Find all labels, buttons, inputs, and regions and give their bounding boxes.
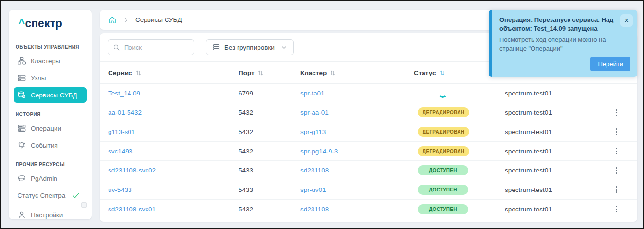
logo-text: спектр bbox=[25, 17, 62, 30]
column-header-label: Кластер bbox=[300, 69, 327, 76]
loading-spinner-icon bbox=[438, 89, 447, 98]
status-badge: ДЕГРАДИРОВАН bbox=[418, 146, 469, 156]
column-header-label: Порт bbox=[239, 69, 255, 76]
sidebar-nav: ОБЪЕКТЫ УПРАВЛЕНИЯКластерыУзлыСервисы СУ… bbox=[9, 37, 92, 205]
database-icon bbox=[18, 91, 26, 99]
site-cell: spectrum-test01 bbox=[505, 206, 610, 213]
chevron-down-icon bbox=[281, 44, 287, 51]
port-cell: 5432 bbox=[239, 128, 300, 135]
port-cell: 5432 bbox=[239, 206, 300, 213]
operations-icon bbox=[18, 124, 26, 133]
port-cell: 6799 bbox=[239, 90, 300, 97]
status-badge: ДОСТУПЕН bbox=[418, 204, 468, 214]
service-link[interactable]: uv-5433 bbox=[108, 186, 132, 193]
site-cell: spectrum-test01 bbox=[505, 148, 610, 155]
column-header[interactable]: Сервис bbox=[108, 69, 239, 76]
status-badge: ДОСТУПЕН bbox=[418, 165, 468, 175]
table-row: svc14935432spr-pg14-9-3ДЕГРАДИРОВАНspect… bbox=[100, 142, 637, 161]
events-icon bbox=[18, 141, 26, 150]
port-cell: 5432 bbox=[239, 148, 300, 155]
sidebar-footer: Настройки bbox=[9, 205, 92, 219]
sidebar-item-label: Кластеры bbox=[31, 57, 60, 65]
row-menu-button[interactable] bbox=[610, 164, 623, 177]
site-cell: spectrum-test01 bbox=[505, 186, 610, 193]
sidebar-item-label: Сервисы СУБД bbox=[31, 92, 77, 99]
cluster-link[interactable]: sd231108 bbox=[300, 206, 329, 213]
sidebar-item-db-services[interactable]: Сервисы СУБД bbox=[14, 87, 87, 103]
site-cell: spectrum-test01 bbox=[505, 90, 610, 97]
table-row: sd231108-svc025433sd231108ДОСТУПЕНspectr… bbox=[100, 161, 637, 180]
sidebar-item-spektr-status[interactable]: Статус Спектра bbox=[14, 188, 87, 203]
app-logo: ^спектр bbox=[9, 10, 92, 37]
column-header-label: Сервис bbox=[108, 69, 132, 76]
toast-go-button[interactable]: Перейти bbox=[590, 57, 630, 71]
status-badge: ДЕГРАДИРОВАН bbox=[418, 127, 469, 137]
cluster-link[interactable]: spr-pg14-9-3 bbox=[300, 148, 338, 155]
table-body: Test_14.096799spr-ta01spectrum-test01aa-… bbox=[100, 84, 637, 219]
site-cell: spectrum-test01 bbox=[505, 128, 610, 135]
sort-icon[interactable] bbox=[135, 70, 142, 76]
user-icon bbox=[18, 210, 26, 219]
status-badge: ДОСТУПЕН bbox=[418, 185, 468, 195]
search-input[interactable] bbox=[124, 44, 189, 51]
status-badge: ДЕГРАДИРОВАН bbox=[418, 107, 469, 117]
cluster-link[interactable]: spr-uv01 bbox=[300, 186, 326, 193]
toast-title: Операция: Перезапуск сервиса. Над объект… bbox=[499, 16, 630, 33]
group-icon bbox=[212, 43, 220, 51]
operation-toast: Операция: Перезапуск сервиса. Над объект… bbox=[489, 10, 637, 77]
service-link[interactable]: svc1493 bbox=[108, 148, 132, 155]
grouping-select-value: Без группировки bbox=[224, 44, 275, 51]
port-cell: 5433 bbox=[239, 186, 300, 193]
row-menu-button[interactable] bbox=[610, 125, 623, 138]
chevron-right-icon bbox=[123, 17, 129, 23]
table-row: g113-s015432spr-g113ДЕГРАДИРОВАНspectrum… bbox=[100, 122, 637, 142]
table-row: aa-01-54325432spr-aa-01ДЕГРАДИРОВАНspect… bbox=[100, 103, 637, 123]
home-icon[interactable] bbox=[108, 16, 117, 24]
port-cell: 5433 bbox=[239, 167, 300, 174]
grouping-select[interactable]: Без группировки bbox=[206, 39, 294, 55]
column-header-label: Статус bbox=[414, 69, 436, 76]
sort-icon[interactable] bbox=[330, 70, 336, 76]
sidebar-item-pgadmin[interactable]: PgAdmin bbox=[14, 171, 87, 186]
breadcrumb-current-page: Сервисы СУБД bbox=[135, 16, 182, 23]
sort-icon[interactable] bbox=[439, 70, 445, 76]
service-link[interactable]: g113-s01 bbox=[108, 128, 135, 135]
close-icon[interactable]: ✕ bbox=[620, 14, 633, 27]
sidebar-item-label: PgAdmin bbox=[31, 175, 57, 182]
column-header[interactable]: Кластер bbox=[300, 69, 414, 76]
sort-icon[interactable] bbox=[258, 70, 264, 76]
table-row: sd231108-svc015432sd231108ДОСТУПЕНspectr… bbox=[100, 200, 637, 219]
row-menu-button[interactable] bbox=[610, 145, 623, 157]
row-menu-button[interactable] bbox=[610, 183, 623, 196]
toast-message: Посмотреть ход операции можно на страниц… bbox=[499, 36, 630, 53]
sidebar-item-operations[interactable]: Операции bbox=[14, 120, 87, 136]
logo-caret-icon: ^ bbox=[18, 17, 25, 30]
sidebar-resize-handle[interactable] bbox=[81, 202, 87, 208]
site-cell: spectrum-test01 bbox=[505, 167, 610, 174]
sidebar-item-events[interactable]: События bbox=[14, 137, 87, 153]
service-link[interactable]: sd231108-svc01 bbox=[108, 206, 156, 213]
column-header[interactable]: Порт bbox=[239, 69, 300, 76]
cluster-link[interactable]: spr-aa-01 bbox=[300, 109, 329, 116]
table-row: Test_14.096799spr-ta01spectrum-test01 bbox=[100, 84, 637, 103]
sidebar-section-label: ОБЪЕКТЫ УПРАВЛЕНИЯ bbox=[9, 37, 92, 52]
sidebar-divider bbox=[9, 205, 92, 205]
search-box bbox=[108, 39, 194, 55]
port-cell: 5432 bbox=[239, 109, 300, 116]
sidebar-item-clusters[interactable]: Кластеры bbox=[14, 53, 87, 69]
site-cell: spectrum-test01 bbox=[505, 109, 610, 116]
table-row: uv-54335433spr-uv01ДОСТУПЕНspectrum-test… bbox=[100, 180, 637, 200]
row-menu-button[interactable] bbox=[610, 106, 623, 119]
sidebar-item-label: Узлы bbox=[31, 75, 46, 82]
cluster-link[interactable]: spr-g113 bbox=[300, 128, 326, 135]
sidebar-item-settings[interactable]: Настройки bbox=[14, 207, 87, 219]
row-menu-button[interactable] bbox=[610, 203, 623, 215]
service-link[interactable]: Test_14.09 bbox=[108, 90, 140, 97]
cluster-link[interactable]: spr-ta01 bbox=[300, 90, 325, 97]
sidebar-section-label: ИСТОРИЯ bbox=[9, 104, 92, 119]
nodes-icon bbox=[18, 74, 26, 82]
service-link[interactable]: sd231108-svc02 bbox=[108, 167, 156, 174]
service-link[interactable]: aa-01-5432 bbox=[108, 109, 142, 116]
cluster-link[interactable]: sd231108 bbox=[300, 167, 329, 174]
sidebar-item-nodes[interactable]: Узлы bbox=[14, 70, 87, 86]
